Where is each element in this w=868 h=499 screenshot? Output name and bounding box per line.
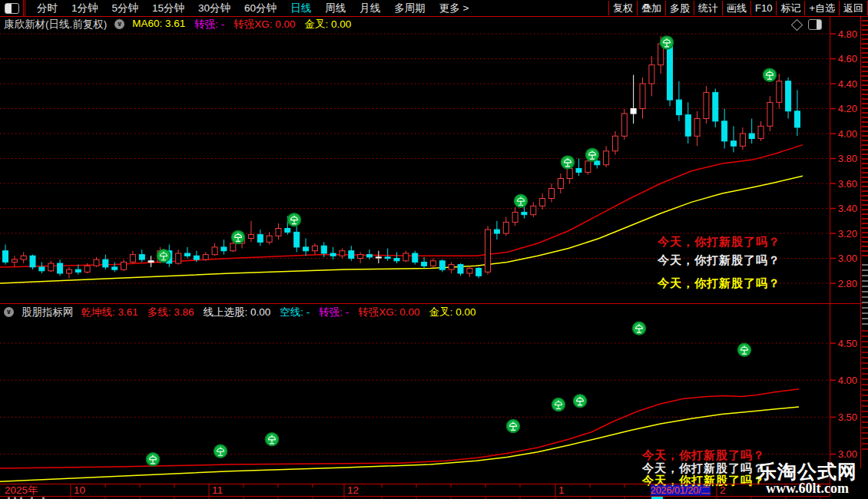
svg-text:4.80: 4.80 — [838, 28, 857, 40]
indicator-乾坤线: 乾坤线: 3.61 — [81, 306, 138, 319]
svg-text:3.00: 3.00 — [838, 253, 857, 264]
axis-label-10: 10 — [74, 484, 85, 496]
svg-text:2.80: 2.80 — [838, 278, 857, 289]
xaxis-top-border — [0, 484, 830, 484]
axis-label-2025年: 2025年 — [5, 484, 38, 496]
indicator-多线: 多线: 3.86 — [147, 306, 194, 319]
indicator-金叉: 金叉: 0.00 — [429, 306, 476, 319]
menu-icon-border — [23, 0, 24, 16]
panel-separator — [0, 303, 868, 304]
annotation-main-white: 今天，你打新股了吗？ — [658, 253, 780, 268]
annotation-sub-yellow: 今天，你打新股了吗？ — [642, 474, 765, 488]
svg-text:4.20: 4.20 — [838, 103, 857, 114]
sub-legend-row: ∨ 股朋指标网 乾坤线: 3.61多线: 3.86线上选股: 0.00空线: -… — [4, 306, 475, 319]
indicator-转强: 转强: - — [319, 306, 349, 319]
watermark-url: www.60lt.com — [757, 481, 858, 496]
indicator-空线: 空线: - — [280, 306, 310, 319]
watermark-title: 乐淘公式网 — [757, 461, 858, 481]
xaxis-bottom-border — [0, 496, 830, 497]
svg-text:4.00: 4.00 — [838, 128, 857, 140]
svg-text:3.20: 3.20 — [838, 228, 857, 240]
sub-indicator-name: 股朋指标网 — [22, 306, 74, 319]
annotation-main-yellow: 今天，你打新股了吗？ — [658, 276, 780, 291]
axis-label-1: 1 — [558, 484, 565, 496]
axis-border — [830, 16, 830, 496]
annotation-main-red: 今天，你打新股了吗？ — [658, 235, 780, 250]
sidebar-strip — [862, 20, 868, 258]
svg-text:3.80: 3.80 — [838, 153, 857, 164]
sidebar-border — [860, 16, 861, 468]
chevron-down-icon[interactable]: ∨ — [4, 307, 14, 317]
svg-text:4.00: 4.00 — [838, 375, 857, 386]
sidebar-strip — [862, 330, 868, 453]
svg-text:4.40: 4.40 — [838, 78, 857, 90]
axis-label-11: 11 — [212, 484, 223, 496]
svg-text:3.00: 3.00 — [838, 448, 857, 460]
sub-indicators: 乾坤线: 3.61多线: 3.86线上选股: 0.00空线: -转强: -转强X… — [81, 306, 476, 319]
indicator-转强XG: 转强XG: 0.00 — [358, 306, 419, 319]
svg-text:3.50: 3.50 — [838, 411, 857, 423]
watermark: 乐淘公式网 www.60lt.com — [757, 461, 858, 496]
indicator-线上选股: 线上选股: 0.00 — [204, 306, 271, 319]
svg-text:3.60: 3.60 — [838, 178, 857, 190]
app-window: 分时1分钟5分钟15分钟30分钟60分钟日线周线月线多周期更多 > 复权叠加多股… — [0, 0, 868, 499]
sidebar-strip — [862, 264, 868, 326]
svg-text:4.50: 4.50 — [838, 338, 857, 349]
axis-label-12: 12 — [347, 484, 359, 496]
svg-text:3.40: 3.40 — [838, 203, 857, 214]
svg-text:4.60: 4.60 — [838, 53, 857, 64]
